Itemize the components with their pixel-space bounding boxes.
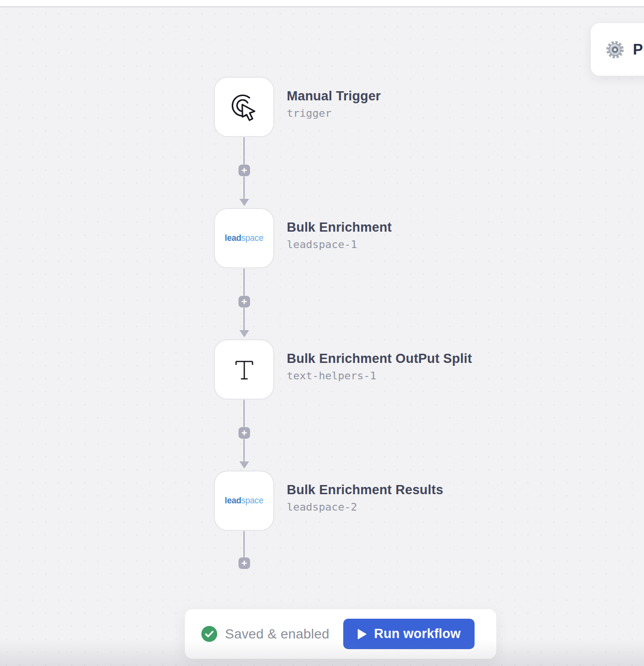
arrow-down-icon	[239, 330, 249, 337]
arrow-down-icon	[239, 199, 249, 206]
node-title: Bulk Enrichment OutPut Split	[287, 350, 472, 367]
node-subtitle: leadspace-2	[287, 500, 443, 514]
serif-t-icon	[230, 355, 259, 384]
workflow-status-bar: Saved & enabled Run workflow	[185, 609, 496, 659]
connector-line	[243, 439, 245, 461]
connector: +	[238, 400, 250, 471]
leadspace-logo-bold: lead	[225, 233, 241, 243]
add-step-button[interactable]: +	[238, 165, 250, 176]
arrow-down-icon	[239, 461, 249, 469]
properties-panel-label: Pr	[633, 41, 644, 58]
node-leadspace-2[interactable]: leadspace	[214, 471, 274, 531]
gear-icon	[605, 40, 625, 59]
properties-panel-button[interactable]: Pr	[591, 23, 644, 76]
play-icon	[357, 629, 367, 639]
leadspace-logo: leadspace	[225, 233, 264, 243]
add-step-button[interactable]: +	[238, 296, 250, 307]
check-circle-icon	[201, 626, 217, 642]
add-step-button[interactable]: +	[238, 427, 250, 439]
connector: +	[238, 137, 250, 208]
connector: +	[238, 268, 250, 339]
node-subtitle: text-helpers-1	[287, 369, 472, 383]
node-leadspace-1-text: Bulk Enrichment leadspace-1	[287, 219, 392, 251]
node-subtitle: leadspace-1	[287, 238, 392, 251]
node-manual-trigger-text: Manual Trigger trigger	[287, 88, 381, 120]
top-divider	[0, 6, 644, 7]
top-window-strip	[0, 0, 644, 6]
workflow-canvas: Pr Manual Trigger trigger + leadspace Bu…	[0, 0, 644, 666]
connector-line	[243, 531, 245, 557]
click-cursor-icon	[229, 92, 260, 123]
leadspace-logo: leadspace	[225, 496, 264, 506]
node-subtitle: trigger	[287, 107, 381, 120]
status-text: Saved & enabled	[225, 626, 329, 642]
connector-trailing: +	[238, 531, 250, 570]
node-text-helpers-1-text: Bulk Enrichment OutPut Split text-helper…	[287, 350, 472, 383]
run-workflow-button[interactable]: Run workflow	[343, 619, 475, 649]
connector-line	[243, 176, 245, 199]
node-leadspace-2-text: Bulk Enrichment Results leadspace-2	[287, 482, 443, 514]
leadspace-logo-bold: lead	[225, 496, 241, 505]
connector-line	[243, 400, 245, 427]
connector-line	[243, 137, 245, 165]
node-manual-trigger[interactable]	[214, 77, 274, 137]
leadspace-logo-light: space	[241, 496, 264, 505]
node-title: Bulk Enrichment Results	[287, 482, 443, 498]
node-text-helpers-1[interactable]	[214, 339, 274, 400]
add-step-button[interactable]: +	[238, 557, 250, 569]
connector-line	[243, 307, 245, 330]
connector-line	[243, 268, 245, 296]
node-leadspace-1[interactable]: leadspace	[214, 208, 274, 268]
run-workflow-label: Run workflow	[374, 626, 461, 641]
leadspace-logo-light: space	[241, 233, 264, 243]
node-title: Manual Trigger	[287, 88, 381, 104]
node-title: Bulk Enrichment	[287, 219, 392, 236]
